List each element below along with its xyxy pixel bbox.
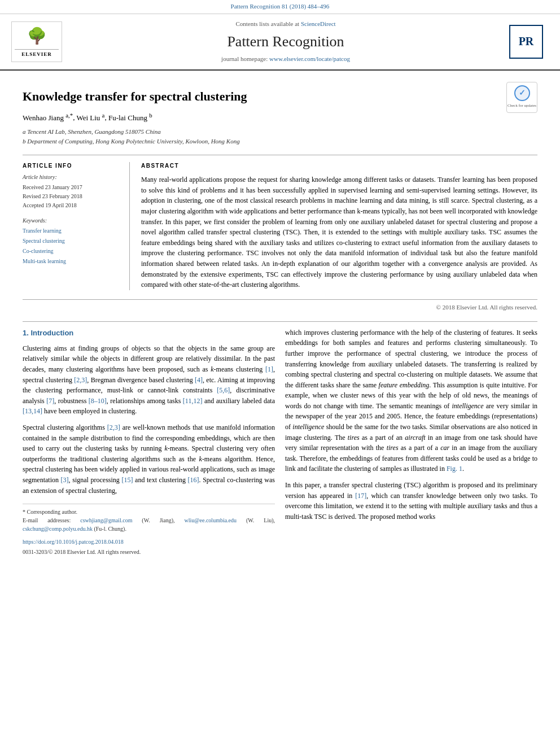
issn-line: 0031-3203/© 2018 Elsevier Ltd. All right…	[23, 548, 275, 557]
journal-citation-bar: Pattern Recognition 81 (2018) 484–496	[0, 0, 560, 14]
email-wei[interactable]: wliu@ee.columbia.edu	[185, 517, 237, 523]
history-label: Article history:	[23, 173, 121, 182]
keywords-section: Keywords: Transfer learning Spectral clu…	[23, 217, 121, 267]
affiliations: a Tencent AI Lab, Shenzhen, Guangdong 51…	[23, 127, 537, 147]
section-divider	[23, 321, 537, 322]
article-content: ✓ Check for updates Knowledge transfer f…	[0, 71, 560, 568]
pr-logo-letters: PR	[519, 33, 534, 50]
doi-link[interactable]: https://doi.org/10.1016/j.patcog.2018.04…	[23, 539, 124, 545]
keyword-multi-task[interactable]: Multi-task learning	[23, 256, 121, 267]
article-info-panel: ARTICLE INFO Article history: Received 2…	[23, 162, 130, 290]
author-wei: Wei Liu a	[76, 113, 104, 122]
abstract-title: ABSTRACT	[141, 162, 537, 171]
elsevier-logo: 🌳 ELSEVIER	[11, 21, 62, 62]
keyword-spectral-clustering[interactable]: Spectral clustering	[23, 236, 121, 246]
keyword-co-clustering[interactable]: Co-clustering	[23, 246, 121, 256]
elsevier-tree-icon: 🌳	[15, 25, 59, 48]
info-abstract-section: ARTICLE INFO Article history: Received 2…	[23, 155, 537, 290]
article-history: Article history: Received 23 January 201…	[23, 173, 121, 210]
author-wenhao: Wenhao Jiang a,*	[23, 113, 73, 122]
elsevier-brand-text: ELSEVIER	[15, 49, 59, 58]
pr-logo-box: PR	[509, 25, 543, 59]
pr-logo: PR	[509, 25, 549, 59]
right-para-1: which improves clustering performance wi…	[285, 327, 537, 474]
section1-header: 1. Introduction	[23, 327, 275, 339]
footnote-section: * Corresponding author. E-mail addresses…	[23, 504, 275, 556]
homepage-text: journal homepage:	[221, 55, 268, 62]
right-para-2: In this paper, a transfer spectral clust…	[285, 480, 537, 522]
doi-line[interactable]: https://doi.org/10.1016/j.patcog.2018.04…	[23, 538, 275, 547]
journal-title: Pattern Recognition	[73, 31, 498, 53]
article-info-title: ARTICLE INFO	[23, 162, 121, 171]
check-circle-icon: ✓	[514, 85, 530, 101]
footnote-emails: E-mail addresses: cswhjiang@gmail.com (W…	[23, 516, 275, 533]
history-accepted: Accepted 19 April 2018	[23, 201, 121, 210]
keywords-label: Keywords:	[23, 217, 121, 225]
abstract-text: Many real-world applications propose the…	[141, 174, 537, 290]
sciencedirect-link[interactable]: ScienceDirect	[301, 20, 336, 27]
abstract-section: ABSTRACT Many real-world applications pr…	[141, 162, 537, 290]
contents-text: Contents lists available at	[235, 20, 299, 27]
article-body: 1. Introduction Clustering aims at findi…	[23, 327, 537, 556]
footnote-corresponding: * Corresponding author.	[23, 508, 275, 516]
check-updates-badge: ✓ Check for updates	[506, 82, 537, 113]
journal-citation: Pattern Recognition 81 (2018) 484–496	[231, 3, 330, 10]
history-revised: Revised 23 February 2018	[23, 192, 121, 201]
email-fulai[interactable]: cskchung@comp.polyu.edu.hk	[23, 526, 93, 532]
intro-para-1: Clustering aims at finding groups of obj…	[23, 343, 275, 417]
check-updates-label: Check for updates	[508, 103, 536, 108]
history-received: Received 23 January 2017	[23, 183, 121, 192]
homepage-url[interactable]: www.elsevier.com/locate/patcog	[269, 55, 350, 62]
authors-line: Wenhao Jiang a,*, Wei Liu a, Fu-lai Chun…	[23, 111, 537, 123]
left-column: 1. Introduction Clustering aims at findi…	[23, 327, 275, 556]
right-column: which improves clustering performance wi…	[285, 327, 537, 556]
intro-para-2: Spectral clustering algorithms [2,3] are…	[23, 422, 275, 496]
article-title: Knowledge transfer for spectral clusteri…	[23, 88, 537, 106]
affiliation-b: b Department of Computing, Hong Kong Pol…	[23, 137, 537, 147]
checkmark-icon: ✓	[519, 88, 526, 99]
copyright-line: © 2018 Elsevier Ltd. All rights reserved…	[23, 299, 537, 312]
keyword-transfer-learning[interactable]: Transfer learning	[23, 226, 121, 236]
sciencedirect-line: Contents lists available at ScienceDirec…	[73, 20, 498, 29]
homepage-line: journal homepage: www.elsevier.com/locat…	[73, 55, 498, 64]
journal-header: 🌳 ELSEVIER Contents lists available at S…	[0, 14, 560, 71]
journal-title-block: Contents lists available at ScienceDirec…	[73, 20, 498, 64]
author-fulai: Fu-lai Chung b	[108, 113, 152, 122]
emails-label: E-mail addresses:	[23, 517, 71, 523]
affiliation-a: a Tencent AI Lab, Shenzhen, Guangdong 51…	[23, 127, 537, 137]
email-wenhao[interactable]: cswhjiang@gmail.com	[80, 517, 132, 523]
